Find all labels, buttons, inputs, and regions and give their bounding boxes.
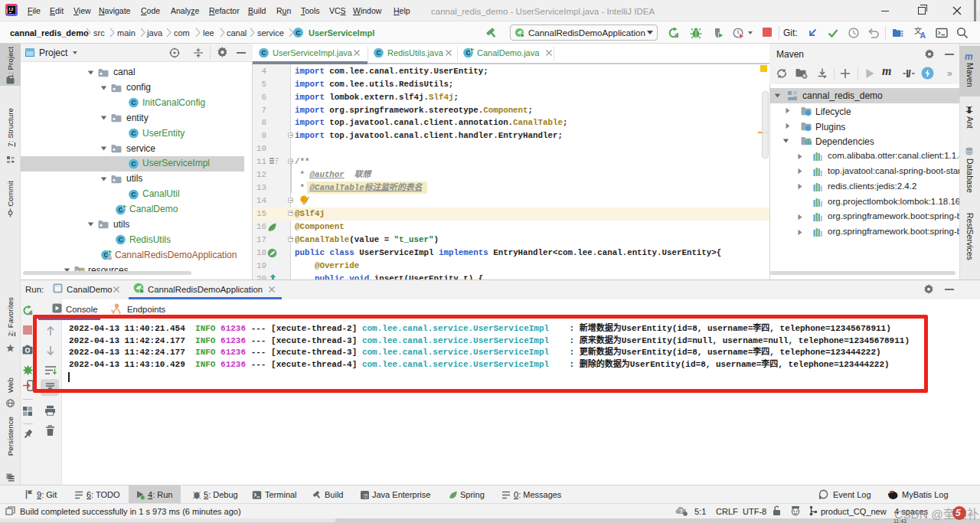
svg-text:C: C	[131, 191, 136, 198]
svg-text:C: C	[376, 49, 381, 57]
svg-text:C: C	[118, 206, 122, 214]
svg-text:C: C	[131, 160, 136, 168]
svg-text:C: C	[296, 29, 300, 37]
svg-text:m: m	[364, 494, 368, 498]
svg-text:?: ?	[679, 508, 683, 515]
svg-text:C: C	[118, 236, 122, 244]
svg-text:A: A	[920, 31, 926, 40]
svg-text:C: C	[131, 100, 136, 107]
svg-text:C: C	[466, 49, 470, 57]
svg-text:C: C	[131, 129, 136, 137]
svg-text:C: C	[261, 49, 266, 57]
svg-text:m: m	[788, 94, 793, 101]
